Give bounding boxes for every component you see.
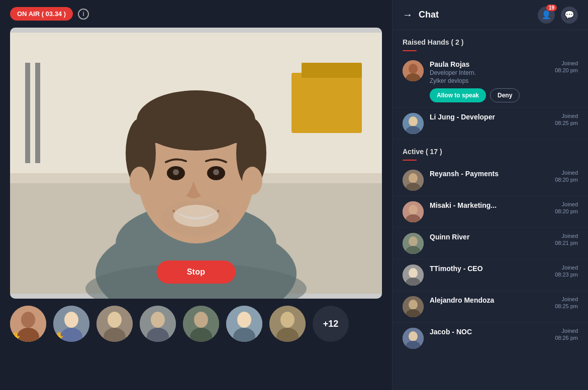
svg-point-58 xyxy=(409,236,418,246)
stop-button[interactable]: Stop xyxy=(157,261,236,284)
active-header: Active ( 17 ) xyxy=(393,140,588,160)
svg-point-17 xyxy=(173,169,179,175)
avatar-paula xyxy=(403,60,424,81)
hand-icon-2: ✋ xyxy=(54,331,64,341)
participant-avatar-3[interactable] xyxy=(96,306,133,342)
deny-button-paula[interactable]: Deny xyxy=(490,88,520,102)
svg-rect-6 xyxy=(35,63,40,163)
time-val-paula: 08:20 pm xyxy=(555,67,578,73)
avatar-reyansh xyxy=(403,170,424,191)
svg-rect-14 xyxy=(138,123,254,143)
svg-point-22 xyxy=(242,167,262,195)
time-jacob: Joined 08:26 pm xyxy=(555,328,578,341)
info-reyansh: Reyansh - Payments xyxy=(430,170,549,178)
left-panel: ON AIR ( 03.34 ) i xyxy=(0,0,392,390)
svg-point-18 xyxy=(213,169,219,175)
hand-icon-1: ✋ xyxy=(11,331,21,341)
name-misaki: Misaki - Marketing... xyxy=(430,201,549,209)
participant-row-li: Li Jung - Developer Joined 08:25 pm xyxy=(393,108,588,140)
participants-badge: 19 xyxy=(546,5,557,11)
svg-point-55 xyxy=(409,205,418,215)
info-quinn: Quinn River xyxy=(430,233,549,241)
on-air-bar: ON AIR ( 03.34 ) i xyxy=(0,0,392,28)
right-panel: → Chat 👤 19 💬 Raised Hands ( 2 ) Paula R… xyxy=(392,0,588,390)
avatar-jacob xyxy=(403,328,424,349)
svg-rect-5 xyxy=(25,63,30,163)
svg-point-31 xyxy=(108,312,122,328)
video-area: Stop xyxy=(10,28,382,299)
svg-point-61 xyxy=(409,268,418,278)
name-timothy: TTimothy - CEO xyxy=(430,265,549,273)
svg-point-20 xyxy=(161,201,231,236)
avatar-li xyxy=(403,113,424,134)
time-timothy: Joined 08:23 pm xyxy=(555,265,578,278)
svg-point-21 xyxy=(130,167,150,195)
participants-strip: ✋ ✋ xyxy=(0,299,392,349)
info-misaki: Misaki - Marketing... xyxy=(430,201,549,209)
participants-icon-button[interactable]: 👤 19 xyxy=(538,7,555,24)
info-paula: Paula Rojas Developer Intern. Zylker dev… xyxy=(430,60,549,102)
participant-avatar-5[interactable] xyxy=(183,306,219,342)
name-reyansh: Reyansh - Payments xyxy=(430,170,549,178)
participant-row-timothy: TTimothy - CEO Joined 08:23 pm xyxy=(393,259,588,291)
participant-row-reyansh: Reyansh - Payments Joined 08:20 pm xyxy=(393,165,588,196)
raised-hands-divider xyxy=(403,50,417,51)
chat-bubble-icon[interactable]: 💬 xyxy=(561,7,578,24)
time-reyansh: Joined 08:20 pm xyxy=(555,170,578,183)
svg-point-67 xyxy=(409,331,418,341)
on-air-badge: ON AIR ( 03.34 ) xyxy=(10,7,73,21)
info-icon[interactable]: i xyxy=(78,9,89,20)
info-timothy: TTimothy - CEO xyxy=(430,265,549,273)
avatar-timothy xyxy=(403,265,424,286)
svg-rect-4 xyxy=(302,63,362,78)
avatar-quinn xyxy=(403,233,424,254)
active-divider xyxy=(403,160,417,161)
participants-list: Raised Hands ( 2 ) Paula Rojas Developer… xyxy=(393,30,588,390)
participant-avatar-6[interactable] xyxy=(226,306,262,342)
raised-hands-header: Raised Hands ( 2 ) xyxy=(393,30,588,50)
name-paula: Paula Rojas xyxy=(430,60,549,68)
svg-point-52 xyxy=(409,173,418,183)
time-alejandro: Joined 08:25 pm xyxy=(555,296,578,309)
name-li: Li Jung - Developer xyxy=(430,113,549,121)
sub2-paula: Zylker devlops xyxy=(430,77,549,84)
svg-point-25 xyxy=(21,312,35,328)
name-quinn: Quinn River xyxy=(430,233,549,241)
joined-label-paula: Joined xyxy=(562,60,578,66)
participant-row-alejandro: Alejandro Mendoza Joined 08:25 pm xyxy=(393,291,588,323)
svg-point-40 xyxy=(237,312,251,328)
info-li: Li Jung - Developer xyxy=(430,113,549,121)
participant-row-paula: Paula Rojas Developer Intern. Zylker dev… xyxy=(393,55,588,108)
avatar-misaki xyxy=(403,201,424,222)
svg-point-49 xyxy=(409,116,418,126)
time-misaki: Joined 08:20 pm xyxy=(555,201,578,214)
time-quinn: Joined 08:21 pm xyxy=(555,233,578,246)
participant-row-quinn: Quinn River Joined 08:21 pm xyxy=(393,228,588,259)
time-paula: Joined 08:20 pm xyxy=(555,60,578,73)
svg-point-64 xyxy=(409,300,418,310)
time-li: Joined 08:25 pm xyxy=(555,113,578,126)
svg-point-37 xyxy=(194,312,208,328)
chat-title: Chat xyxy=(419,10,532,20)
participant-avatar-7[interactable] xyxy=(269,306,306,342)
allow-speak-button-paula[interactable]: Allow to speak xyxy=(430,88,486,102)
svg-point-46 xyxy=(409,64,418,74)
avatar-alejandro xyxy=(403,296,424,317)
svg-point-34 xyxy=(151,312,165,328)
back-arrow-icon[interactable]: → xyxy=(403,9,413,21)
chat-header: → Chat 👤 19 💬 xyxy=(393,0,588,30)
sub1-paula: Developer Intern. xyxy=(430,69,549,76)
info-alejandro: Alejandro Mendoza xyxy=(430,296,549,304)
name-alejandro: Alejandro Mendoza xyxy=(430,296,549,304)
name-jacob: Jacob - NOC xyxy=(430,328,549,336)
participant-row-jacob: Jacob - NOC Joined 08:26 pm xyxy=(393,323,588,354)
actions-paula: Allow to speak Deny xyxy=(430,88,549,102)
participant-avatar-4[interactable] xyxy=(140,306,176,342)
svg-point-28 xyxy=(64,312,78,328)
svg-point-43 xyxy=(280,312,295,328)
info-jacob: Jacob - NOC xyxy=(430,328,549,336)
participant-avatar-1[interactable]: ✋ xyxy=(10,306,46,342)
participant-avatar-2[interactable]: ✋ xyxy=(53,306,89,342)
more-participants-badge[interactable]: +12 xyxy=(313,306,349,342)
participant-row-misaki: Misaki - Marketing... Joined 08:20 pm xyxy=(393,196,588,228)
